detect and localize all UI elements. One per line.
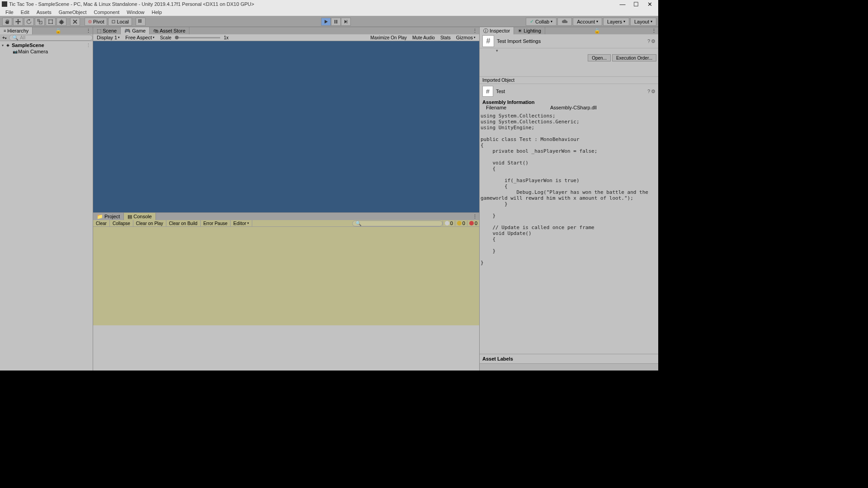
error-pause-button[interactable]: Error Pause: [201, 220, 231, 227]
folder-icon: 📁: [97, 214, 103, 220]
tab-console[interactable]: ▤Console: [124, 213, 156, 220]
move-tool[interactable]: [13, 18, 23, 26]
camera-icon: 📷: [13, 49, 18, 54]
open-button[interactable]: Open...: [588, 54, 611, 61]
close-button[interactable]: ✕: [643, 0, 656, 8]
account-dropdown[interactable]: Account▾: [573, 18, 602, 26]
transform-tool[interactable]: [57, 18, 66, 26]
help-icon[interactable]: ?: [647, 89, 650, 94]
window-title: Tic Tac Toe - SampleScene - PC, Mac & Li…: [9, 1, 616, 7]
tab-hierarchy[interactable]: ≡Hierarchy: [0, 27, 33, 34]
svg-rect-17: [347, 20, 347, 23]
csharp-script-icon: #: [482, 35, 494, 47]
svg-rect-12: [140, 19, 142, 21]
inspector-header: # Test Import Settings ?⚙: [480, 34, 658, 48]
hierarchy-search[interactable]: 🔍All: [9, 35, 93, 41]
help-icon[interactable]: ?: [647, 38, 650, 44]
local-toggle[interactable]: Local: [108, 18, 132, 26]
info-count[interactable]: 0: [443, 221, 455, 226]
pivot-toggle[interactable]: Pivot: [85, 18, 107, 26]
gizmos-dropdown[interactable]: Gizmos▾: [454, 35, 477, 40]
layout-dropdown[interactable]: Layout▾: [630, 18, 656, 26]
filename-label: Filename: [482, 105, 550, 110]
svg-point-5: [52, 19, 53, 20]
scene-context-icon[interactable]: ⋮: [86, 42, 93, 48]
slider-thumb[interactable]: [175, 36, 179, 39]
svg-rect-3: [49, 20, 52, 23]
menu-assets[interactable]: Assets: [33, 9, 55, 16]
console-detail: [93, 325, 479, 371]
scale-tool[interactable]: [35, 18, 45, 26]
console-context-icon[interactable]: ⋮: [471, 214, 479, 220]
clear-button[interactable]: Clear: [93, 220, 110, 227]
layers-dropdown[interactable]: Layers▾: [603, 18, 629, 26]
assembly-info: Assembly Information Filename Assembly-C…: [480, 99, 658, 111]
script-source: using System.Collections; using System.C…: [480, 111, 658, 267]
collab-button[interactable]: ✓Collab▾: [526, 18, 557, 26]
store-icon: 🛍: [153, 28, 158, 33]
menu-component[interactable]: Component: [90, 9, 123, 16]
imported-object-header: # Test ?⚙: [480, 84, 658, 99]
app-window: Tic Tac Toe - SampleScene - PC, Mac & Li…: [0, 0, 658, 371]
scale-value: 1x: [222, 35, 231, 40]
editor-dropdown[interactable]: Editor▾: [231, 220, 252, 227]
game-viewport[interactable]: [93, 41, 479, 212]
custom-tool[interactable]: [70, 18, 80, 26]
stats-toggle[interactable]: Stats: [439, 35, 453, 40]
cloud-button[interactable]: [557, 18, 572, 26]
console-body[interactable]: [93, 227, 479, 325]
clear-on-play-button[interactable]: Clear on Play: [133, 220, 166, 227]
clear-on-build-button[interactable]: Clear on Build: [166, 220, 201, 227]
menu-help[interactable]: Help: [148, 9, 165, 16]
menu-window[interactable]: Window: [123, 9, 148, 16]
rect-tool[interactable]: [46, 18, 56, 26]
hand-tool[interactable]: [2, 18, 12, 26]
tab-inspector[interactable]: ⓘInspector: [480, 27, 514, 34]
inspector-context-icon[interactable]: ⋮: [650, 28, 658, 34]
hierarchy-panel: ≡Hierarchy 🔒 ⋮ +▾ 🔍All ▾ ◈ SampleScene ⋮…: [0, 27, 93, 371]
tab-game[interactable]: 🎮Game: [121, 27, 150, 34]
snap-toggle[interactable]: [136, 18, 146, 26]
settings-icon[interactable]: ⚙: [651, 38, 656, 44]
execution-order-button[interactable]: Execution Order...: [612, 54, 656, 61]
inspector-lock-icon[interactable]: 🔒: [592, 28, 602, 34]
chevron-down-icon[interactable]: ▾: [2, 43, 6, 47]
game-toolbar: Display 1▾ Free Aspect▾ Scale 1x Maximiz…: [93, 34, 479, 41]
rotate-tool[interactable]: [24, 18, 34, 26]
hierarchy-add-button[interactable]: +▾: [0, 35, 9, 40]
pause-button[interactable]: [331, 18, 341, 26]
menu-gameobject[interactable]: GameObject: [55, 9, 90, 16]
error-count[interactable]: 0: [467, 221, 479, 226]
object-name: Test: [496, 89, 505, 94]
svg-rect-16: [336, 20, 337, 23]
hierarchy-context-icon[interactable]: ⋮: [84, 28, 93, 34]
imported-object-label: Imported Object: [480, 76, 658, 84]
display-dropdown[interactable]: Display 1▾: [95, 35, 122, 40]
tab-asset-store[interactable]: 🛍Asset Store: [150, 27, 189, 34]
collapse-button[interactable]: Collapse: [110, 220, 133, 227]
tab-lighting[interactable]: ☀Lighting: [514, 27, 545, 34]
play-button[interactable]: [321, 18, 331, 26]
gameobject-row[interactable]: 📷 Main Camera: [0, 48, 93, 55]
console-search[interactable]: 🔍: [352, 221, 443, 226]
aspect-dropdown[interactable]: Free Aspect▾: [123, 35, 156, 40]
menu-file[interactable]: File: [2, 9, 17, 16]
maximize-button[interactable]: ☐: [629, 0, 643, 8]
scene-row[interactable]: ▾ ◈ SampleScene ⋮: [0, 42, 93, 48]
menu-edit[interactable]: Edit: [17, 9, 33, 16]
hierarchy-lock-icon[interactable]: 🔒: [53, 28, 63, 34]
warn-count[interactable]: 0: [455, 221, 467, 226]
step-button[interactable]: [341, 18, 351, 26]
main-area: ≡Hierarchy 🔒 ⋮ +▾ 🔍All ▾ ◈ SampleScene ⋮…: [0, 27, 658, 371]
tab-project[interactable]: 📁Project: [93, 213, 124, 220]
maximize-on-play[interactable]: Maximize On Play: [368, 35, 409, 40]
view-context-icon[interactable]: ⋮: [471, 28, 479, 34]
mute-audio[interactable]: Mute Audio: [410, 35, 437, 40]
minimize-button[interactable]: —: [616, 0, 629, 8]
tab-scene[interactable]: ⬚Scene: [93, 27, 121, 34]
search-icon: 🔍: [12, 35, 19, 41]
scale-label: Scale: [158, 35, 173, 40]
scale-slider[interactable]: [175, 37, 220, 38]
hierarchy-icon: ≡: [4, 28, 6, 33]
settings-icon[interactable]: ⚙: [651, 89, 656, 94]
